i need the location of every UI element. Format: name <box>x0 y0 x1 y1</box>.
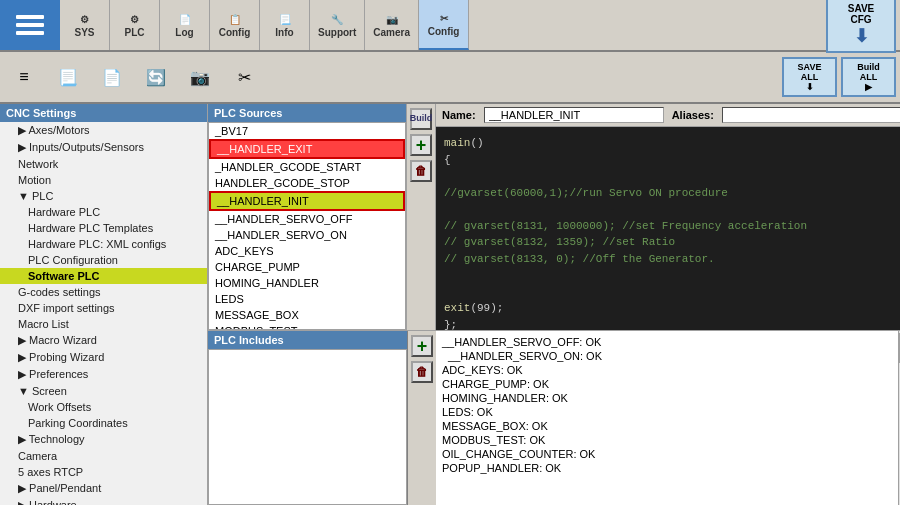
includes-result-item: POPUP_HANDLER: OK <box>442 461 900 475</box>
config2-icon: ✂ <box>440 13 448 24</box>
includes-list <box>208 349 407 505</box>
plc-item-handler-init[interactable]: __HANDLER_INIT <box>209 191 405 211</box>
sidebar-item-io[interactable]: ▶ Inputs/Outputs/Sensors <box>0 139 207 156</box>
plc-sources-header: PLC Sources <box>208 104 406 122</box>
name-label: Name: <box>442 109 476 121</box>
toolbar-support[interactable]: 🔧 Support <box>310 0 365 50</box>
toolbar2-icon-1: ≡ <box>19 68 28 86</box>
save-all-icon: ⬇ <box>806 82 814 92</box>
includes-buttons: + 🗑 <box>408 331 436 505</box>
build-all-label: Build ALL <box>849 62 888 82</box>
sidebar-item-panel[interactable]: ▶ Panel/Pendant <box>0 480 207 497</box>
toolbar-camera[interactable]: 📷 Camera <box>365 0 419 50</box>
plc-item-gcode-start[interactable]: _HANDLER_GCODE_START <box>209 159 405 175</box>
plc-item-handler-exit[interactable]: __HANDLER_EXIT <box>209 139 405 159</box>
includes-header: PLC Includes <box>208 331 407 349</box>
sidebar-item-axes[interactable]: ▶ Axes/Motors <box>0 122 207 139</box>
menu-toggle[interactable] <box>0 0 60 50</box>
log-label: Log <box>175 27 193 38</box>
toolbar-config2[interactable]: ✂ Config <box>419 0 469 50</box>
sidebar-item-motion[interactable]: Motion <box>0 172 207 188</box>
includes-result-item: HOMING_HANDLER: OK <box>442 391 900 405</box>
toolbar-sys[interactable]: ⚙ SYS <box>60 0 110 50</box>
plc-item-servo-on[interactable]: __HANDLER_SERVO_ON <box>209 227 405 243</box>
toolbar-items: ⚙ SYS ⚙ PLC 📄 Log 📋 Config 📃 Info 🔧 Supp… <box>60 0 822 50</box>
support-icon: 🔧 <box>331 14 343 25</box>
plc-label: PLC <box>125 27 145 38</box>
plc-sources-buttons: Build + 🗑 <box>407 104 435 330</box>
info-label: Info <box>275 27 293 38</box>
includes-result-item: __HANDLER_SERVO_OFF: OK <box>442 335 900 349</box>
plc-item-modbus[interactable]: MODBUS_TEST <box>209 323 405 330</box>
toolbar2-item-4[interactable]: 🔄 <box>134 54 178 100</box>
plc-item-gcode-stop[interactable]: HANDLER_GCODE_STOP <box>209 175 405 191</box>
sidebar-item-macrolist[interactable]: Macro List <box>0 316 207 332</box>
plc-item-charge[interactable]: CHARGE_PUMP <box>209 259 405 275</box>
save-all-button[interactable]: SAVE ALL ⬇ <box>782 57 837 97</box>
plc-item-leds[interactable]: LEDS <box>209 291 405 307</box>
build-button[interactable]: Build <box>410 108 432 130</box>
code-editor[interactable]: main() { //gvarset(60000,1);//run Servo … <box>436 127 900 330</box>
toolbar-plc[interactable]: ⚙ PLC <box>110 0 160 50</box>
sidebar-item-gcodes[interactable]: G-codes settings <box>0 284 207 300</box>
toolbar2-item-6[interactable]: ✂ <box>222 54 266 100</box>
sidebar-item-hwplcxml[interactable]: Hardware PLC: XML configs <box>0 236 207 252</box>
includes-result-item: CHARGE_PUMP: OK <box>442 377 900 391</box>
includes-result-item: MESSAGE_BOX: OK <box>442 419 900 433</box>
sidebar-item-parking[interactable]: Parking Coordinates <box>0 415 207 431</box>
sidebar-item-hwplc[interactable]: Hardware PLC <box>0 204 207 220</box>
includes-results: __HANDLER_SERVO_OFF: OK __HANDLER_SERVO_… <box>436 331 900 505</box>
sidebar-header: CNC Settings <box>0 104 207 122</box>
sidebar-item-workoffsets[interactable]: Work Offsets <box>0 399 207 415</box>
sidebar-item-prefs[interactable]: ▶ Preferences <box>0 366 207 383</box>
hamburger-icon[interactable] <box>16 15 44 35</box>
bottom-panel: PLC Includes + 🗑 __HANDLER_SERVO_OFF: OK… <box>208 330 900 505</box>
plc-item-adc[interactable]: ADC_KEYS <box>209 243 405 259</box>
plc-icon: ⚙ <box>130 14 139 25</box>
toolbar-log[interactable]: 📄 Log <box>160 0 210 50</box>
sidebar-item-5axes[interactable]: 5 axes RTCP <box>0 464 207 480</box>
config1-icon: 📋 <box>229 14 241 25</box>
sidebar-item-screen[interactable]: ▼ Screen <box>0 383 207 399</box>
sidebar-item-swplc[interactable]: Software PLC <box>0 268 207 284</box>
sidebar-item-probingwiz[interactable]: ▶ Probing Wizard <box>0 349 207 366</box>
sidebar: CNC Settings ▶ Axes/Motors ▶ Inputs/Outp… <box>0 104 208 505</box>
sidebar-item-hardware[interactable]: ▶ Hardware <box>0 497 207 505</box>
config1-label: Config <box>219 27 251 38</box>
aliases-input[interactable] <box>722 107 900 123</box>
add-include-button[interactable]: + <box>411 335 433 357</box>
sidebar-item-plcconfig[interactable]: PLC Configuration <box>0 252 207 268</box>
sidebar-item-macrowiz[interactable]: ▶ Macro Wizard <box>0 332 207 349</box>
sidebar-item-network[interactable]: Network <box>0 156 207 172</box>
toolbar2-icon-2: 📃 <box>58 68 78 87</box>
toolbar-info[interactable]: 📃 Info <box>260 0 310 50</box>
toolbar2-item-3[interactable]: 📄 <box>90 54 134 100</box>
toolbar-config1[interactable]: 📋 Config <box>210 0 260 50</box>
sidebar-item-camera[interactable]: Camera <box>0 448 207 464</box>
aliases-label: Aliases: <box>672 109 714 121</box>
sidebar-item-plc[interactable]: ▼ PLC <box>0 188 207 204</box>
save-cfg-button[interactable]: SAVE CFG ⬇ <box>826 0 896 53</box>
config2-label: Config <box>428 26 460 37</box>
plc-item-msgbox[interactable]: MESSAGE_BOX <box>209 307 405 323</box>
toolbar2-item-1[interactable]: ≡ <box>2 54 46 100</box>
plc-item-servo-off[interactable]: __HANDLER_SERVO_OFF <box>209 211 405 227</box>
toolbar2-item-5[interactable]: 📷 <box>178 54 222 100</box>
toolbar2-icon-5: 📷 <box>190 68 210 87</box>
plc-item-homing[interactable]: HOMING_HANDLER <box>209 275 405 291</box>
sidebar-item-dxf[interactable]: DXF import settings <box>0 300 207 316</box>
add-plc-button[interactable]: + <box>410 134 432 156</box>
plc-sources-panel: PLC Sources _BV17 __HANDLER_EXIT _HANDLE… <box>208 104 407 330</box>
main-layout: CNC Settings ▶ Axes/Motors ▶ Inputs/Outp… <box>0 104 900 505</box>
includes-result-item: __HANDLER_SERVO_ON: OK <box>442 349 900 363</box>
sidebar-item-hwplctpl[interactable]: Hardware PLC Templates <box>0 220 207 236</box>
sidebar-item-technology[interactable]: ▶ Technology <box>0 431 207 448</box>
delete-plc-button[interactable]: 🗑 <box>410 160 432 182</box>
plc-sources-title: PLC Sources <box>214 107 282 119</box>
build-all-button[interactable]: Build ALL ▶ <box>841 57 896 97</box>
plc-item-bv17[interactable]: _BV17 <box>209 123 405 139</box>
toolbar2-item-2[interactable]: 📃 <box>46 54 90 100</box>
sys-label: SYS <box>74 27 94 38</box>
name-input[interactable] <box>484 107 664 123</box>
delete-include-button[interactable]: 🗑 <box>411 361 433 383</box>
